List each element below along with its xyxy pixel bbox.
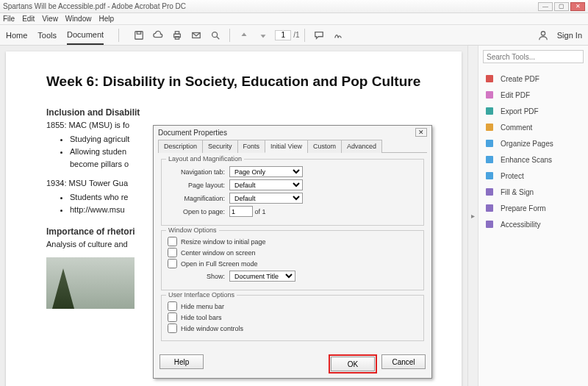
group-label: Layout and Magnification [166, 155, 244, 162]
checkbox-label: Resize window to initial page [181, 238, 266, 246]
menu-help[interactable]: Help [98, 15, 114, 23]
cloud-icon[interactable] [152, 29, 164, 41]
magnification-select[interactable]: Default [229, 193, 303, 204]
print-icon[interactable] [171, 29, 183, 41]
tools-search [483, 50, 584, 63]
dialog-close-button[interactable]: ✕ [415, 128, 427, 137]
tool-item[interactable]: Comment [480, 119, 587, 135]
svg-rect-17 [486, 204, 493, 212]
svg-rect-11 [486, 107, 493, 115]
window-titlebar: Spartans Will be Accessible.pdf - Adobe … [0, 0, 588, 13]
tool-label: Comment [501, 124, 532, 132]
tool-icon [484, 154, 495, 165]
toolbar-separator [118, 29, 119, 42]
resize-window-checkbox[interactable] [168, 237, 177, 246]
center-window-checkbox[interactable] [168, 248, 177, 257]
svg-rect-16 [486, 188, 493, 196]
comment-icon[interactable] [313, 29, 325, 41]
group-label: User Interface Options [166, 291, 237, 299]
dialog-tab[interactable]: Custom [307, 140, 342, 153]
tool-icon [484, 187, 495, 197]
group-label: Window Options [166, 226, 219, 234]
tab-document[interactable]: Document [67, 26, 104, 45]
help-button[interactable]: Help [159, 354, 204, 369]
menu-view[interactable]: View [42, 15, 58, 23]
checkbox-label: Hide menu bar [181, 303, 224, 310]
dialog-tab[interactable]: Advanced [341, 140, 382, 153]
tab-tools[interactable]: Tools [37, 26, 57, 44]
tool-icon [484, 138, 495, 149]
magnification-label: Magnification: [168, 195, 225, 202]
maximize-button[interactable]: ▢ [554, 2, 569, 11]
tool-icon [484, 90, 495, 100]
nav-tab-select[interactable]: Page Only [229, 166, 303, 177]
tool-item[interactable]: Create PDF [480, 71, 587, 87]
ok-button[interactable]: OK [331, 357, 375, 371]
show-select[interactable]: Document Title [229, 271, 295, 282]
tool-item[interactable]: Fill & Sign [480, 184, 587, 200]
checkbox-label: Center window on screen [181, 249, 256, 257]
cancel-button[interactable]: Cancel [381, 354, 426, 369]
hide-window-controls-checkbox[interactable] [168, 324, 177, 333]
svg-rect-1 [137, 31, 141, 34]
close-window-button[interactable]: ✕ [570, 2, 585, 11]
svg-point-6 [212, 32, 218, 37]
menu-window[interactable]: Window [65, 15, 92, 23]
tool-icon [484, 106, 495, 116]
tool-item[interactable]: Organize Pages [480, 135, 587, 151]
tool-item[interactable]: Accessibility [480, 216, 587, 232]
tool-item[interactable]: Edit PDF [480, 87, 587, 103]
dialog-tab[interactable]: Initial View [265, 140, 308, 153]
page-layout-select[interactable]: Default [229, 179, 303, 190]
minimize-button[interactable]: — [538, 2, 553, 11]
sign-in-link[interactable]: Sign In [557, 31, 582, 40]
open-to-page-input[interactable] [229, 206, 253, 217]
dialog-tabs: DescriptionSecurityFontsInitial ViewCust… [158, 139, 427, 153]
dialog-footer: Help OK Cancel [159, 354, 426, 374]
tab-home[interactable]: Home [6, 26, 27, 44]
tool-icon [484, 203, 495, 213]
account-icon[interactable] [537, 29, 549, 41]
menu-edit[interactable]: Edit [22, 15, 35, 23]
dialog-tab[interactable]: Description [158, 140, 203, 153]
tools-list: Create PDFEdit PDFExport PDFCommentOrgan… [478, 68, 588, 235]
svg-rect-14 [486, 156, 493, 163]
hide-menubar-checkbox[interactable] [168, 301, 177, 311]
toolbar-right: Sign In [534, 29, 582, 41]
svg-rect-12 [486, 124, 493, 131]
mail-icon[interactable] [190, 29, 202, 41]
tool-item[interactable]: Export PDF [480, 103, 587, 119]
tool-label: Prepare Form [501, 204, 546, 212]
document-properties-dialog: Document Properties ✕ DescriptionSecurit… [153, 125, 432, 379]
toolbar: Home Tools Document / 1 Sign In [0, 25, 588, 46]
fullscreen-checkbox[interactable] [168, 259, 177, 268]
panel-collapse-button[interactable]: ▸ [467, 46, 478, 386]
tool-label: Edit PDF [501, 91, 530, 99]
svg-line-7 [217, 36, 220, 39]
svg-rect-3 [176, 31, 179, 34]
tool-item[interactable]: Enhance Scans [480, 151, 587, 168]
search-icon[interactable] [209, 29, 221, 41]
sign-icon[interactable] [332, 29, 344, 41]
tool-icon [484, 122, 495, 132]
ui-options-group: User Interface Options Hide menu bar Hid… [161, 295, 424, 341]
document-image [46, 257, 135, 309]
hide-toolbars-checkbox[interactable] [168, 312, 177, 322]
page-down-icon[interactable] [257, 29, 269, 41]
open-to-page-of: of 1 [255, 208, 266, 215]
page-current-input[interactable] [275, 30, 291, 40]
layout-magnification-group: Layout and Magnification Navigation tab:… [161, 159, 424, 226]
tool-label: Accessibility [501, 221, 540, 229]
section-heading: Inclusion and Disabilit [46, 107, 421, 118]
dialog-tab[interactable]: Fonts [237, 140, 266, 153]
page-up-icon[interactable] [238, 29, 250, 41]
tool-item[interactable]: Protect [480, 168, 587, 184]
tool-item[interactable]: Prepare Form [480, 200, 587, 216]
save-icon[interactable] [133, 29, 145, 41]
page-title: Week 6: Disability in Society, Education… [46, 74, 421, 90]
dialog-tab[interactable]: Security [202, 140, 238, 153]
tool-label: Protect [501, 172, 524, 180]
search-input[interactable] [483, 50, 584, 63]
show-label: Show: [168, 273, 225, 280]
menu-file[interactable]: File [3, 15, 15, 23]
